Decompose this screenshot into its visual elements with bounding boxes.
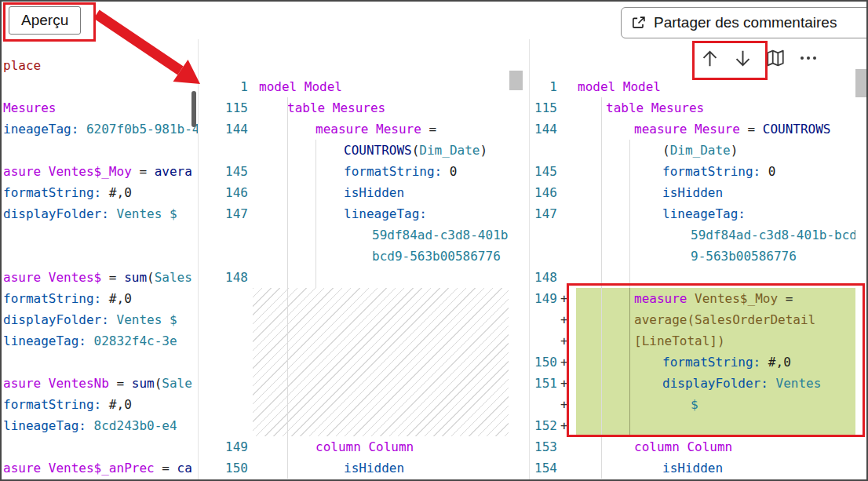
diff-original-pane[interactable]: 1model Model115table Mesures144measure M… (199, 76, 527, 479)
code-segment: $ (691, 397, 698, 412)
line-number: 151 (531, 373, 557, 394)
code-segment: Model (623, 79, 661, 94)
diff-add-marker (557, 267, 576, 288)
code-text: displayFolder: Ventes $ (2, 203, 198, 224)
code-segment: place (3, 58, 41, 73)
line-number: 147 (531, 203, 557, 224)
arrow-up-icon (700, 48, 720, 69)
line-number (531, 140, 557, 161)
code-segment: sum (124, 270, 147, 285)
code-row: 144measure Mesure = COUNTROWS (531, 118, 866, 140)
code-row: 150isHidden (199, 457, 527, 479)
diff-add-marker (557, 140, 576, 161)
share-feedback-button[interactable]: Partager des commentaires (621, 7, 868, 38)
code-row: 145formatString: 0 (531, 161, 866, 182)
map-icon (766, 49, 785, 67)
code-segment: = (740, 122, 763, 137)
code-row (2, 76, 198, 97)
code-segment: ( (155, 376, 162, 391)
code-text: [LineTotal]) (576, 330, 855, 352)
line-number (531, 246, 557, 267)
line-number: 148 (531, 267, 557, 288)
preview-button-label: Aperçu (21, 12, 68, 29)
code-row (2, 436, 198, 457)
code-row: (Dim_Date) (531, 140, 866, 161)
code-text: formatString: #,0 (2, 394, 198, 415)
code-segment: column (315, 439, 368, 454)
code-segment: Column (687, 439, 732, 454)
code-text: lineageTag: 02832f4c-3e (2, 330, 198, 352)
next-change-button[interactable] (728, 42, 757, 74)
diff-added-row: +average(SalesOrderDetail (531, 309, 866, 330)
diff-add-marker: + (557, 288, 576, 309)
code-row: 145formatString: 0 (199, 161, 527, 182)
scrollbar-thumb[interactable] (191, 91, 196, 127)
code-text: column Column (576, 436, 855, 457)
code-segment: avera (155, 164, 192, 179)
diff-added-row: 152+ (531, 415, 866, 436)
code-segment: table (287, 100, 333, 115)
line-number: 146 (199, 182, 248, 203)
code-row: 148 (531, 267, 866, 288)
code-text: lineageTag: (248, 203, 509, 224)
code-row: 153column Column (531, 436, 866, 457)
code-text: formatString: 0 (248, 161, 509, 182)
code-text: asure VentesNb = sum(Sale (2, 373, 198, 394)
code-row (2, 352, 198, 373)
previous-change-button[interactable] (695, 42, 724, 74)
code-segment: = (155, 461, 177, 476)
code-segment: Mesures (651, 100, 704, 115)
code-segment: formatString: (662, 355, 768, 370)
code-segment: table (606, 100, 651, 115)
diff-added-row: +[LineTotal]) (531, 330, 866, 352)
diff-map-button[interactable] (761, 42, 790, 74)
code-text: formatString: #,0 (2, 288, 198, 309)
diff-add-marker (557, 203, 576, 224)
code-segment: ( (147, 270, 155, 285)
code-row: COUNTROWS(Dim_Date) (199, 140, 527, 161)
code-segment: Mesure (376, 122, 421, 137)
scrollbar-thumb[interactable] (509, 71, 523, 90)
code-segment: ( (662, 143, 670, 158)
code-text (2, 76, 198, 97)
line-number (531, 224, 557, 246)
diff-toolbar (695, 42, 822, 74)
code-segment: formatString: (3, 397, 109, 412)
code-text (576, 415, 855, 436)
pane-divider[interactable] (198, 39, 199, 479)
code-segment: 6207f0b5-981b-4 (86, 122, 198, 137)
scrollbar-thumb[interactable] (855, 69, 866, 97)
pane-divider[interactable] (529, 39, 530, 479)
diff-add-marker: + (557, 309, 576, 330)
code-segment: COUNTROWS (344, 143, 412, 158)
code-text: measure Mesure = COUNTROWS (576, 118, 855, 140)
code-segment: asure (3, 164, 49, 179)
preview-button[interactable]: Aperçu (9, 6, 81, 35)
line-number: 152 (531, 415, 557, 436)
more-actions-button[interactable] (794, 42, 822, 74)
diff-modified-pane[interactable]: 1model Model115table Mesures144measure M… (531, 76, 866, 479)
code-text: bcd9-563b00586776 (248, 246, 509, 267)
code-row: bcd9-563b00586776 (199, 246, 527, 267)
code-row: 146isHidden (531, 182, 866, 203)
code-row: asure Ventes$_anPrec = ca (2, 457, 198, 479)
code-segment: Ventes$ (49, 270, 101, 285)
code-segment: #,0 (109, 397, 132, 412)
code-text: COUNTROWS(Dim_Date) (248, 140, 509, 161)
code-segment: Ventes$_Moy (49, 164, 132, 179)
code-segment: Mesures (3, 100, 56, 115)
code-segment: asure (3, 270, 49, 285)
background-editor-pane[interactable]: placeMesuresineageTag: 6207f0b5-981b-4as… (2, 55, 198, 479)
code-row: lineageTag: 02832f4c-3e (2, 330, 198, 352)
code-segment: isHidden (344, 461, 404, 476)
code-segment: 0 (768, 164, 776, 179)
code-text (2, 224, 198, 246)
code-text: lineageTag: 8cd243b0-e4 (2, 415, 198, 436)
code-row: ineageTag: 6207f0b5-981b-4 (2, 118, 198, 140)
line-number: 1 (199, 76, 248, 97)
code-row: 147lineageTag: (531, 203, 866, 224)
code-row: 9-563b00586776 (531, 246, 866, 267)
code-segment: lineageTag: (662, 206, 746, 221)
code-segment: asure (3, 376, 49, 391)
code-text: model Model (248, 76, 509, 97)
